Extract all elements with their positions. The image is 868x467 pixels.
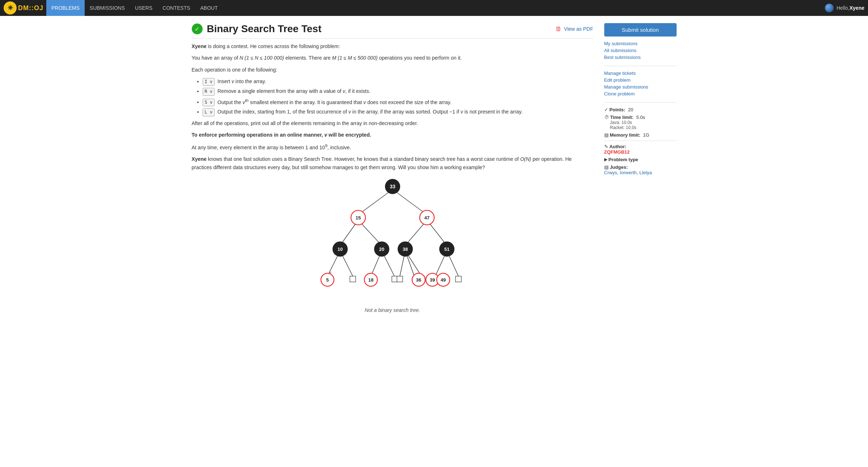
memory-icon: ▤ — [604, 132, 610, 138]
judge-iorwerth[interactable]: Iorwerth — [620, 170, 637, 175]
svg-text:20: 20 — [379, 247, 384, 252]
judges-label: Judges: — [610, 164, 628, 170]
problem-meta: ✓ Points: 20 ⏱ Time limit: 5.0s Java: 10… — [604, 107, 677, 175]
racket-time: Racket: 10.0s — [610, 125, 677, 130]
svg-text:49: 49 — [440, 277, 445, 283]
author-link[interactable]: ZQFMGB12 — [604, 149, 630, 155]
chevron-right-icon: ▶ — [604, 157, 607, 162]
svg-text:15: 15 — [355, 215, 360, 220]
intro-text: Xyene is doing a contest. He comes acros… — [192, 42, 593, 50]
problem-body: Xyene is doing a contest. He comes acros… — [192, 42, 593, 314]
page-container: ✓ Binary Search Tree Test 🗎 View as PDF … — [181, 16, 687, 329]
memory-limit-value: 1G — [643, 132, 649, 138]
judges-list: Crwys, Iorwerth, Lletya — [604, 170, 677, 175]
svg-rect-36 — [397, 276, 403, 282]
nav-problems[interactable]: PROBLEMS — [46, 0, 85, 16]
points-row: ✓ Points: 20 — [604, 107, 677, 112]
svg-text:39: 39 — [429, 277, 435, 283]
judges-row: ▤ Judges: Crwys, Iorwerth, Lletya — [604, 164, 677, 175]
svg-line-1 — [393, 189, 427, 215]
problem-p4: To enforce performing operations in an o… — [192, 131, 593, 139]
op-locate: L v Output the index, starting from 1, o… — [203, 108, 593, 116]
svg-text:10: 10 — [337, 247, 342, 252]
svg-text:36: 36 — [416, 277, 421, 283]
language-icon — [825, 4, 834, 12]
problem-statement-p2: Each operation is one of the following: — [192, 66, 593, 74]
my-submissions-link[interactable]: My submissions — [604, 41, 677, 46]
sidebar: Submit solution My submissions All submi… — [604, 23, 677, 321]
diagram-caption: Not a binary search tree. — [192, 306, 593, 314]
author-name-inline: Xyene — [192, 43, 207, 49]
best-submissions-link[interactable]: Best submissions — [604, 55, 677, 60]
svg-text:47: 47 — [424, 215, 429, 220]
judge-lletya[interactable]: Lletya — [639, 170, 652, 175]
memory-limit-label: Memory limit: — [610, 132, 640, 138]
points-value: 20 — [628, 107, 633, 112]
admin-links: Manage tickets Edit problem Manage submi… — [604, 70, 677, 103]
op-remove: R v Remove a single element from the arr… — [203, 87, 593, 95]
logo[interactable]: ✳ DM::OJ — [4, 1, 43, 14]
title-row: ✓ Binary Search Tree Test 🗎 View as PDF — [192, 23, 593, 39]
all-submissions-link[interactable]: All submissions — [604, 48, 677, 53]
author-label: Author: — [609, 144, 626, 149]
svg-text:5: 5 — [326, 277, 329, 283]
bst-svg: 33 15 47 10 20 38 51 x — [298, 179, 487, 301]
nav-contests[interactable]: CONTESTS — [157, 0, 195, 16]
svg-rect-43 — [456, 276, 461, 282]
greeting-text: Hello, — [837, 5, 850, 11]
time-limit-value: 5.0s — [636, 115, 645, 120]
pencil-icon: ✎ — [604, 144, 610, 149]
clone-problem-link[interactable]: Clone problem — [604, 91, 677, 97]
svg-rect-32 — [350, 276, 356, 282]
svg-text:51: 51 — [444, 247, 449, 252]
problem-statement-p1: You have an array of N (1 ≤ N ≤ 100 000)… — [192, 54, 593, 62]
time-limit-row: ⏱ Time limit: 5.0s Java: 10.0s Racket: 1… — [604, 115, 677, 130]
problem-type-row[interactable]: ▶ Problem type — [604, 157, 677, 162]
pdf-icon: 🗎 — [555, 25, 562, 33]
submit-button[interactable]: Submit solution — [604, 23, 677, 37]
edit-problem-link[interactable]: Edit problem — [604, 77, 677, 83]
clock-icon: ⏱ — [604, 115, 610, 120]
main-content: ✓ Binary Search Tree Test 🗎 View as PDF … — [192, 23, 593, 321]
checkmark-icon: ✓ — [604, 107, 610, 112]
problem-p5: At any time, every element in the array … — [192, 142, 593, 151]
svg-line-0 — [358, 189, 393, 215]
judges-icon: ▤ — [604, 164, 610, 170]
pdf-link[interactable]: 🗎 View as PDF — [555, 25, 593, 33]
java-time: Java: 10.0s — [610, 120, 677, 125]
svg-text:38: 38 — [402, 247, 407, 252]
navbar: ✳ DM::OJ PROBLEMS SUBMISSIONS USERS CONT… — [0, 0, 868, 16]
operations-list: I v Insert v into the array. R v Remove … — [203, 77, 593, 116]
op-insert: I v Insert v into the array. — [203, 77, 593, 86]
problem-p6: Xyene knows that one fast solution uses … — [192, 155, 593, 171]
manage-tickets-link[interactable]: Manage tickets — [604, 70, 677, 76]
op-select: S v Output the vth smallest element in t… — [203, 97, 593, 107]
logo-icon: ✳ — [4, 1, 17, 14]
bst-diagram: 33 15 47 10 20 38 51 x — [192, 179, 593, 314]
judge-crwys[interactable]: Crwys — [604, 170, 617, 175]
op-select-key: S v — [203, 99, 215, 106]
user-info: Hello, Xyene — [825, 4, 864, 12]
time-limit-label: Time limit: — [610, 115, 634, 120]
op-remove-key: R v — [203, 88, 215, 95]
author-row: ✎ Author: ZQFMGB12 — [604, 144, 677, 155]
submission-links: My submissions All submissions Best subm… — [604, 41, 677, 66]
pdf-label: View as PDF — [564, 26, 593, 32]
problem-type-label: Problem type — [609, 157, 638, 162]
svg-text:18: 18 — [368, 277, 373, 283]
manage-submissions-link[interactable]: Manage submissions — [604, 84, 677, 90]
solved-icon: ✓ — [192, 23, 203, 34]
points-label: Points: — [609, 107, 625, 112]
problem-title: Binary Search Tree Test — [207, 23, 322, 35]
nav-links: PROBLEMS SUBMISSIONS USERS CONTESTS ABOU… — [46, 0, 223, 16]
username-text: Xyene — [850, 5, 864, 11]
svg-text:33: 33 — [390, 184, 395, 189]
problem-p3: After all of the operations, print out a… — [192, 119, 593, 127]
nav-users[interactable]: USERS — [130, 0, 157, 16]
logo-text: DM::OJ — [18, 4, 43, 12]
nav-submissions[interactable]: SUBMISSIONS — [85, 0, 130, 16]
op-insert-key: I v — [203, 78, 215, 86]
nav-about[interactable]: ABOUT — [195, 0, 223, 16]
memory-limit-row: ▤ Memory limit: 1G — [604, 132, 677, 138]
meta-divider — [604, 141, 677, 141]
